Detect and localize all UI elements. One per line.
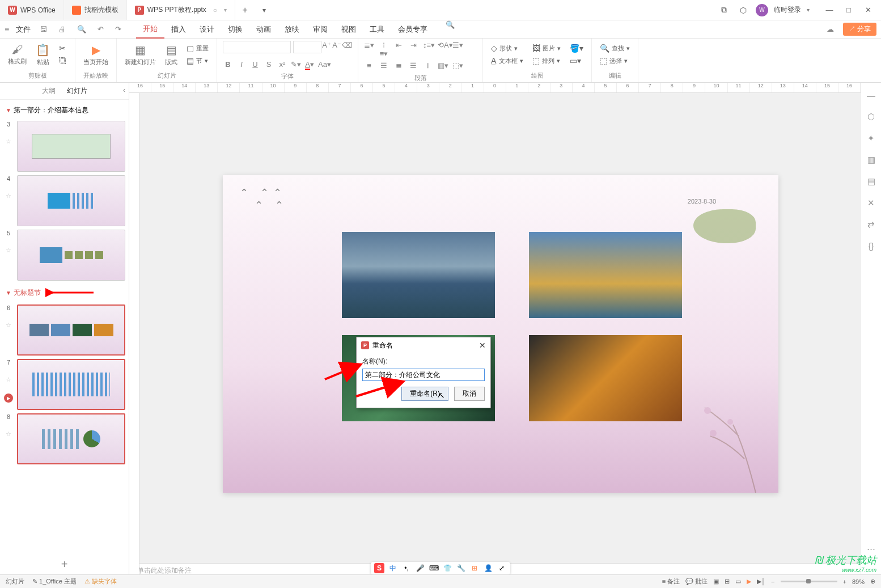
change-case-button[interactable]: Aa▾ bbox=[318, 60, 328, 69]
redo-icon[interactable]: ↷ bbox=[115, 25, 121, 33]
slide-7-thumb[interactable] bbox=[17, 359, 125, 410]
close-button[interactable]: ✕ bbox=[859, 3, 876, 17]
section-1-header[interactable]: ▼ 第一部分：介绍基本信息 bbox=[2, 103, 126, 117]
canvas-scroll[interactable]: ⌃ ⌃⌃ ⌃ ⌃ 2023-8-30 P 重命名 ✕ bbox=[129, 93, 861, 563]
shape-button[interactable]: ◇形状 ▾ bbox=[489, 43, 526, 54]
star-icon[interactable]: ☆ bbox=[6, 192, 11, 200]
tab-animation[interactable]: 动画 bbox=[249, 20, 278, 39]
from-current-button[interactable]: ▶ 当页开始 bbox=[81, 43, 111, 66]
panel-icon[interactable]: ⧉ bbox=[717, 3, 731, 17]
find-button[interactable]: 🔍查找 ▾ bbox=[598, 43, 632, 54]
collapse-panel-icon[interactable]: ‹ bbox=[123, 86, 125, 94]
slide-7[interactable]: 7☆▶ bbox=[3, 359, 125, 410]
fill-button[interactable]: 🪣▾ bbox=[567, 43, 586, 54]
file-menu[interactable]: 文件 bbox=[16, 24, 31, 35]
print-icon[interactable]: 🖨 bbox=[58, 25, 66, 33]
format-painter-button[interactable]: 🖌 格式刷 bbox=[6, 43, 29, 66]
font-size-combo[interactable] bbox=[293, 41, 321, 53]
login-dropdown-icon[interactable]: ▾ bbox=[807, 7, 810, 13]
tab-design[interactable]: 设计 bbox=[193, 20, 221, 39]
slide-3-thumb[interactable] bbox=[17, 121, 125, 172]
cut-button[interactable]: ✂ bbox=[57, 43, 69, 54]
view-normal-icon[interactable]: ▣ bbox=[713, 578, 719, 585]
slide-6[interactable]: 6☆ bbox=[3, 304, 125, 356]
preview-icon[interactable]: 🔍 bbox=[77, 25, 86, 33]
photo-lake[interactable] bbox=[529, 232, 682, 318]
indent-dec-button[interactable]: ⇤ bbox=[393, 41, 404, 58]
slide-4[interactable]: 4☆ bbox=[3, 175, 125, 226]
ime-tool-icon[interactable]: 🔧 bbox=[456, 563, 466, 573]
ime-grid-icon[interactable]: ⊞ bbox=[469, 563, 480, 573]
text-direction-button[interactable]: ⟲A▾ bbox=[438, 41, 448, 58]
undo-icon[interactable]: ↶ bbox=[98, 25, 104, 33]
section-button[interactable]: ▤节 ▾ bbox=[184, 55, 211, 66]
slide-3[interactable]: 3☆ bbox=[3, 121, 125, 172]
transfer-icon[interactable]: ⇄ bbox=[867, 219, 875, 230]
rename-input[interactable] bbox=[362, 369, 485, 381]
font-shrink-icon[interactable]: A⁻ bbox=[332, 41, 342, 53]
sogou-icon[interactable]: S bbox=[374, 563, 384, 573]
status-missing-font[interactable]: ⚠ 缺失字体 bbox=[84, 577, 117, 586]
arrange-button[interactable]: ⬚排列 ▾ bbox=[530, 55, 563, 66]
copy-button[interactable]: ⿻ bbox=[57, 55, 69, 66]
zoom-value[interactable]: 89% bbox=[852, 578, 865, 585]
highlight-button[interactable]: ✎▾ bbox=[291, 60, 301, 69]
dialog-titlebar[interactable]: P 重命名 ✕ bbox=[357, 337, 490, 353]
select-button[interactable]: ⬚选择 ▾ bbox=[598, 55, 632, 66]
tab-slideshow[interactable]: 放映 bbox=[278, 20, 306, 39]
tab-member[interactable]: 会员专享 bbox=[391, 20, 434, 39]
more-icon[interactable]: ⋯ bbox=[867, 544, 875, 554]
align-justify-button[interactable]: ☰ bbox=[408, 61, 418, 70]
dialog-close-button[interactable]: ✕ bbox=[479, 341, 486, 350]
section-untitled-header[interactable]: ▼ 无标题节 bbox=[2, 284, 126, 301]
tab-view[interactable]: 视图 bbox=[334, 20, 363, 39]
zoom-slider[interactable] bbox=[781, 581, 837, 582]
smartart-button[interactable]: ⬚▾ bbox=[452, 61, 463, 70]
columns-button[interactable]: ▥▾ bbox=[438, 61, 448, 70]
reset-button[interactable]: ▢重置 bbox=[184, 43, 211, 54]
layers-icon[interactable]: ▥ bbox=[867, 155, 875, 165]
view-reading-icon[interactable]: ▭ bbox=[735, 578, 741, 585]
view-sorter-icon[interactable]: ⊞ bbox=[725, 578, 730, 585]
ime-keyboard-icon[interactable]: ⌨ bbox=[429, 563, 439, 573]
search-icon[interactable]: 🔍 bbox=[446, 20, 455, 39]
picture-button[interactable]: 🖼图片 ▾ bbox=[530, 43, 563, 54]
zoom-out-button[interactable]: − bbox=[771, 578, 774, 585]
align-right-button[interactable]: ≣ bbox=[393, 61, 404, 70]
align-left-button[interactable]: ≡ bbox=[364, 61, 374, 70]
cube-icon[interactable]: ⬡ bbox=[736, 3, 750, 17]
minimize-button[interactable]: — bbox=[821, 3, 838, 17]
star-icon[interactable]: ☆ bbox=[6, 138, 11, 145]
tab-template[interactable]: 找稻壳模板 bbox=[64, 0, 127, 20]
status-theme[interactable]: ✎ 1_Office 主题 bbox=[32, 577, 77, 586]
tab-transition[interactable]: 切换 bbox=[221, 20, 249, 39]
cloud-icon[interactable]: ☁ bbox=[827, 25, 834, 33]
slide-5[interactable]: 5☆ bbox=[3, 230, 125, 281]
bold-button[interactable]: B bbox=[223, 60, 233, 69]
star-icon[interactable]: ☆ bbox=[6, 430, 11, 438]
font-color-button[interactable]: A▾ bbox=[304, 60, 315, 69]
slide-4-thumb[interactable] bbox=[17, 175, 125, 226]
distribute-button[interactable]: ⫴ bbox=[423, 61, 433, 70]
new-slide-button[interactable]: ▦ 新建幻灯片 bbox=[122, 43, 158, 66]
view-slideshow-icon[interactable]: ▶ bbox=[747, 578, 751, 585]
font-grow-icon[interactable]: A⁺ bbox=[321, 41, 332, 53]
tab-insert[interactable]: 插入 bbox=[164, 20, 193, 39]
ime-punct-icon[interactable]: •, bbox=[401, 563, 412, 573]
ime-user-icon[interactable]: 👤 bbox=[483, 563, 493, 573]
tab-tools[interactable]: 工具 bbox=[363, 20, 391, 39]
ime-expand-icon[interactable]: ⤢ bbox=[497, 563, 507, 573]
cancel-button[interactable]: 取消 bbox=[454, 387, 485, 401]
tab-outline[interactable]: 大纲 bbox=[42, 86, 56, 96]
view-present-icon[interactable]: ▶│ bbox=[757, 578, 765, 585]
fit-window-icon[interactable]: ⊕ bbox=[870, 578, 875, 585]
ime-toolbar[interactable]: S 中 •, 🎤 ⌨ 👕 🔧 ⊞ 👤 ⤢ bbox=[371, 562, 510, 574]
maximize-button[interactable]: □ bbox=[840, 3, 857, 17]
slide-8[interactable]: 8☆ bbox=[3, 413, 125, 464]
ime-cn-icon[interactable]: 中 bbox=[388, 563, 398, 573]
numbering-button[interactable]: ⁝≡▾ bbox=[379, 41, 389, 58]
slide-list[interactable]: ▼ 第一部分：介绍基本信息 3☆ 4☆ 5☆ ▼ 无标题节 6☆ bbox=[0, 100, 129, 552]
ime-mic-icon[interactable]: 🎤 bbox=[415, 563, 425, 573]
share-button[interactable]: ↗ 分享 bbox=[843, 23, 876, 36]
layout-button[interactable]: ▤ 版式 bbox=[163, 43, 180, 66]
